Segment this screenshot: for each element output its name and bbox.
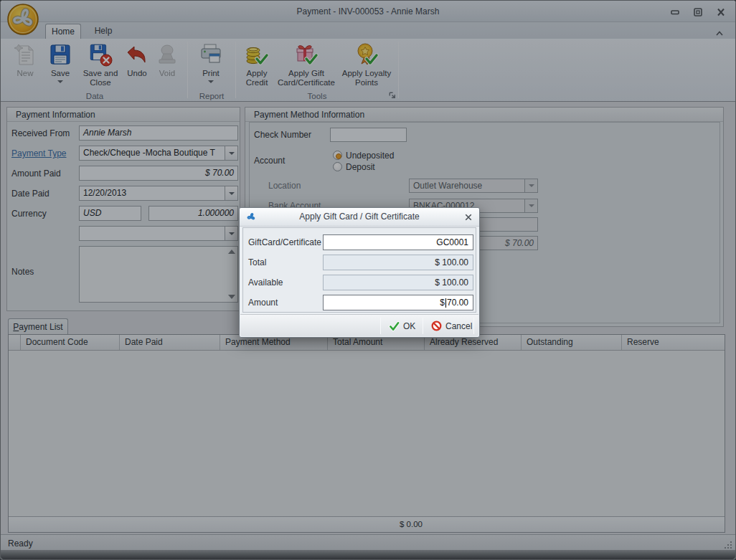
footer-separator — [473, 318, 474, 334]
available-field: $ 100.00 — [323, 275, 473, 290]
dialog-logo — [245, 212, 257, 223]
trillium-logo-icon — [245, 212, 257, 223]
ok-label: OK — [403, 321, 415, 331]
total-field: $ 100.00 — [323, 255, 473, 270]
dialog-title: Apply Gift Card / Gift Certificate — [240, 208, 479, 227]
dialog-body: GiftCard/Certificate GC0001 Total $ 100.… — [242, 227, 476, 313]
dialog-footer: OK Cancel — [240, 314, 478, 336]
footer-separator — [380, 318, 381, 334]
close-icon — [464, 213, 473, 222]
total-label: Total — [248, 257, 266, 267]
apply-gift-card-dialog: Apply Gift Card / Gift Certificate GiftC… — [239, 207, 480, 338]
app-window: Payment - INV-000053 - Annie Marsh — [0, 0, 736, 560]
giftcard-field[interactable]: GC0001 — [323, 234, 473, 250]
footer-separator — [423, 318, 423, 334]
ok-button[interactable]: OK — [384, 317, 420, 335]
check-icon — [389, 321, 400, 331]
text-cursor — [445, 298, 446, 308]
available-label: Available — [248, 277, 283, 288]
giftcard-label: GiftCard/Certificate — [248, 237, 321, 247]
no-entry-icon — [431, 321, 442, 331]
amount-field[interactable]: $ 70.00 — [323, 295, 473, 310]
dialog-close-button[interactable] — [463, 212, 474, 223]
cancel-label: Cancel — [445, 321, 472, 331]
amount-label: Amount — [248, 298, 278, 308]
cancel-button[interactable]: Cancel — [427, 317, 476, 335]
